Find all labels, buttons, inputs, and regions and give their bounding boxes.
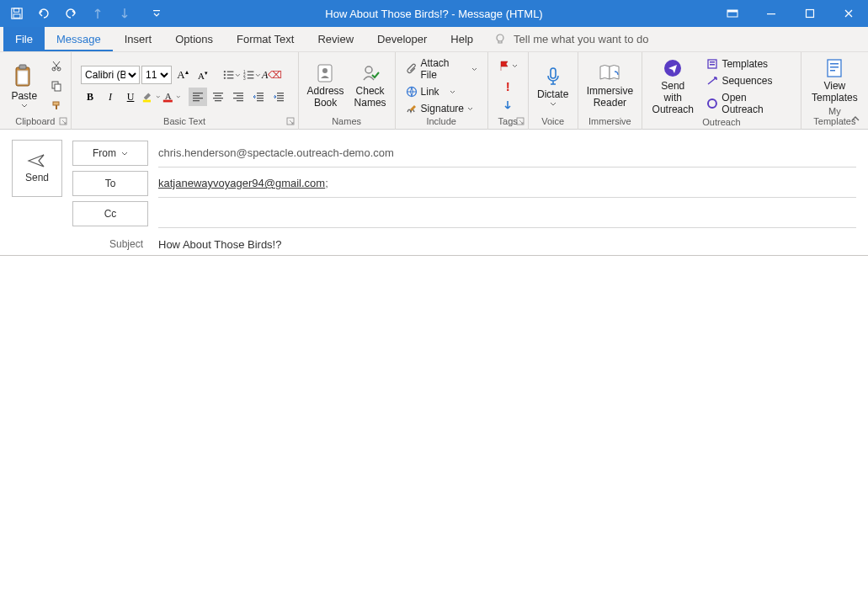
bold-button[interactable]: B (81, 88, 99, 106)
follow-up-button[interactable] (498, 56, 518, 75)
scissors-icon (51, 60, 62, 72)
font-color-button[interactable]: A (162, 88, 180, 106)
address-book-button[interactable]: Address Book (304, 61, 348, 111)
svg-rect-27 (248, 74, 254, 75)
chevron-down-icon (471, 67, 477, 72)
from-value[interactable]: chris.henderson@spectacle.outreach-demo.… (158, 139, 856, 167)
undo-icon[interactable] (34, 3, 54, 24)
send-with-outreach-button[interactable]: Send with Outreach (647, 56, 698, 117)
signature-button[interactable]: Signature (401, 101, 482, 116)
save-icon[interactable] (7, 3, 27, 24)
tags-launcher[interactable] (516, 117, 526, 127)
link-label: Link (421, 86, 439, 98)
maximize-button[interactable] (791, 0, 829, 27)
cc-button[interactable]: Cc (72, 201, 148, 226)
high-importance-button[interactable]: ! (498, 77, 517, 95)
highlight-button[interactable] (141, 88, 160, 106)
tab-review[interactable]: Review (306, 27, 365, 51)
numbering-button[interactable]: 123 (242, 66, 261, 84)
font-name-select[interactable]: Calibri (Bod (81, 66, 140, 84)
group-label-immersive: Immersive (583, 116, 636, 128)
svg-rect-41 (233, 93, 243, 93)
tab-file[interactable]: File (3, 27, 45, 51)
to-field[interactable]: katjanewayvoyager94@gmail.com; (158, 169, 856, 198)
send-button[interactable]: Send (12, 140, 62, 197)
chevron-down-icon (467, 107, 473, 111)
svg-rect-37 (213, 93, 223, 93)
italic-button[interactable]: I (101, 88, 120, 106)
font-color-icon: A (162, 90, 176, 104)
cut-button[interactable] (47, 56, 66, 75)
to-button[interactable]: To (72, 171, 148, 196)
svg-rect-6 (767, 13, 775, 14)
redo-icon[interactable] (61, 3, 81, 24)
to-recipient[interactable]: katjanewayvoyager94@gmail.com (158, 177, 325, 189)
cc-field[interactable] (158, 199, 856, 228)
align-left-button[interactable] (189, 88, 207, 106)
open-outreach-button[interactable]: Open Outreach (701, 90, 795, 117)
grow-font-button[interactable]: A▴ (173, 66, 192, 84)
attach-file-button[interactable]: Attach File (401, 56, 482, 82)
svg-text:A: A (165, 91, 172, 101)
clear-formatting-button[interactable]: A⌫ (263, 66, 281, 84)
low-importance-button[interactable] (498, 97, 517, 115)
svg-rect-11 (18, 71, 28, 84)
qat-dropdown-icon[interactable] (146, 3, 167, 24)
link-button[interactable]: Link (401, 84, 482, 99)
paste-button[interactable]: Paste (5, 62, 44, 110)
outdent-button[interactable] (249, 88, 268, 106)
check-names-button[interactable]: Check Names (351, 61, 390, 111)
indent-button[interactable] (269, 88, 288, 106)
underline-button[interactable]: U (121, 88, 140, 106)
subject-field[interactable] (158, 230, 856, 258)
immersive-reader-button[interactable]: Immersive Reader (583, 61, 636, 111)
svg-point-64 (708, 99, 716, 108)
format-painter-button[interactable] (47, 97, 66, 115)
tab-message[interactable]: Message (45, 27, 113, 51)
tab-options[interactable]: Options (163, 27, 225, 51)
svg-rect-29 (248, 77, 254, 78)
collapse-ribbon-button[interactable] (849, 114, 863, 125)
svg-rect-42 (237, 95, 243, 96)
svg-rect-2 (13, 14, 20, 18)
svg-rect-40 (215, 100, 221, 101)
tab-developer[interactable]: Developer (365, 27, 439, 51)
subject-input[interactable] (158, 238, 856, 251)
svg-rect-10 (19, 65, 26, 69)
close-button[interactable] (829, 0, 868, 27)
minimize-button[interactable] (752, 0, 791, 27)
message-body[interactable] (0, 256, 868, 606)
svg-rect-39 (213, 98, 223, 98)
book-icon (598, 62, 621, 84)
templates-button[interactable]: Templates (701, 56, 795, 72)
window-compact-icon[interactable] (713, 0, 752, 27)
outreach-logo-icon (706, 98, 718, 109)
tell-me-search[interactable]: Tell me what you want to do (493, 27, 648, 51)
svg-rect-32 (163, 100, 173, 103)
outreach-send-icon (662, 57, 684, 79)
shrink-font-button[interactable]: A▾ (194, 66, 212, 84)
clipboard-launcher[interactable] (59, 117, 69, 127)
basic-text-launcher[interactable] (286, 117, 296, 127)
tab-help[interactable]: Help (439, 27, 485, 51)
compose-header: Send From chris.henderson@spectacle.outr… (0, 130, 868, 256)
font-size-select[interactable]: 11 (141, 66, 172, 84)
tab-insert[interactable]: Insert (113, 27, 164, 51)
copy-button[interactable] (47, 77, 66, 95)
sequences-button[interactable]: Sequences (701, 73, 795, 88)
chevron-down-icon (550, 102, 556, 106)
ribbon: Paste Clipboard (0, 52, 868, 130)
group-immersive: Immersive Reader Immersive (578, 52, 642, 130)
align-right-button[interactable] (229, 88, 248, 106)
svg-rect-49 (277, 93, 284, 93)
dictate-button[interactable]: Dictate (534, 64, 572, 109)
align-center-button[interactable] (209, 88, 227, 106)
from-button[interactable]: From (72, 141, 148, 166)
bullets-button[interactable] (222, 66, 241, 84)
title-bar: How About Those Birds!? - Message (HTML) (0, 0, 868, 27)
cc-input[interactable] (158, 207, 856, 220)
svg-rect-36 (193, 100, 200, 101)
tab-format-text[interactable]: Format Text (225, 27, 306, 51)
check-names-icon (359, 62, 381, 84)
view-templates-button[interactable]: View Templates (808, 56, 861, 106)
